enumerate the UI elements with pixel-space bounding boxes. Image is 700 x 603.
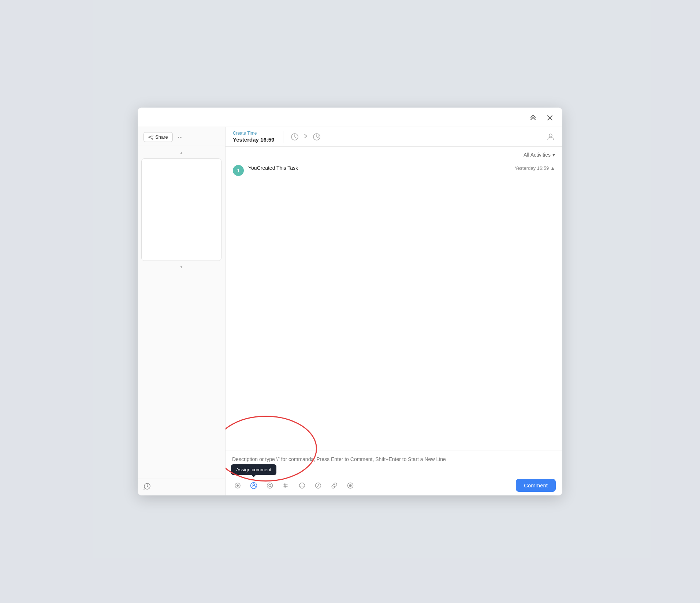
svg-point-1 (152, 135, 153, 136)
scroll-up-arrow: ▲ (138, 150, 225, 156)
time-up-icon: ▲ (550, 165, 555, 171)
modal-body: Share ··· ▲ ▼ (138, 127, 562, 495)
comment-submit-button[interactable]: Comment (516, 479, 556, 492)
activities-header-row: All Activities ▾ (226, 147, 562, 161)
all-activities-label: All Activities (524, 152, 551, 158)
svg-line-4 (150, 137, 152, 138)
clock-start-icon[interactable] (291, 133, 299, 141)
svg-point-14 (267, 483, 273, 488)
svg-point-21 (301, 484, 302, 485)
more-icon: ··· (178, 134, 183, 140)
activity-meta: YouCreated This Task Yesterday 16:59 ▲ (248, 165, 555, 171)
right-panel: Create Time Yesterday 16:59 (226, 127, 562, 495)
slash-icon-button[interactable] (313, 480, 324, 491)
create-time-value: Yesterday 16:59 (233, 136, 274, 143)
svg-point-9 (549, 134, 552, 137)
svg-point-0 (149, 136, 150, 138)
share-button[interactable]: Share (144, 132, 173, 142)
link-icon-button[interactable] (329, 480, 340, 491)
create-time-section: Create Time Yesterday 16:59 (233, 131, 283, 143)
svg-line-24 (317, 484, 319, 487)
comment-toolbar: Assign comment (232, 479, 556, 492)
comment-area: Assign comment (226, 450, 562, 495)
modal-overlay: Share ··· ▲ ▼ (0, 0, 700, 603)
share-label: Share (155, 134, 168, 140)
close-button[interactable] (544, 112, 556, 124)
left-panel-scroll[interactable]: ▲ ▼ (138, 146, 225, 479)
comment-submit-label: Comment (524, 482, 548, 488)
activity-avatar: 1 (233, 165, 244, 176)
history-clock-icon[interactable] (144, 483, 151, 492)
left-panel-item (141, 158, 221, 261)
assign-tooltip-container: Assign comment (248, 480, 259, 491)
left-panel-footer (138, 479, 225, 495)
svg-line-3 (150, 136, 152, 137)
left-panel-header: Share ··· (138, 127, 225, 146)
svg-point-11 (237, 484, 239, 487)
circle-record-button[interactable] (345, 480, 356, 491)
user-icon-button[interactable] (546, 132, 555, 141)
clock-end-icon[interactable] (313, 133, 321, 141)
header-row: Create Time Yesterday 16:59 (226, 127, 562, 147)
svg-line-16 (284, 484, 284, 487)
header-row-right (546, 132, 555, 141)
activity-title: YouCreated This Task (248, 165, 298, 171)
assign-comment-button[interactable] (248, 480, 259, 491)
scroll-down-arrow: ▼ (138, 264, 225, 270)
activity-timestamp: Yesterday 16:59 ▲ (515, 165, 555, 171)
all-activities-button[interactable]: All Activities ▾ (524, 152, 555, 158)
svg-line-17 (286, 484, 286, 487)
activity-content: YouCreated This Task Yesterday 16:59 ▲ (248, 165, 555, 171)
mention-icon-button[interactable] (264, 480, 275, 491)
time-nav (283, 133, 328, 141)
emoji-icon-button[interactable] (297, 480, 308, 491)
svg-point-2 (152, 138, 153, 139)
time-nav-forward-icon[interactable] (303, 134, 308, 140)
svg-point-13 (253, 484, 255, 486)
left-panel: Share ··· ▲ ▼ (138, 127, 226, 495)
minimize-button[interactable] (527, 112, 539, 124)
modal-topbar (138, 108, 562, 127)
svg-point-20 (299, 483, 305, 488)
activity-entry: 1 YouCreated This Task Yesterday 16:59 ▲ (226, 161, 562, 180)
modal: Share ··· ▲ ▼ (138, 108, 562, 495)
svg-point-26 (349, 484, 352, 487)
svg-point-15 (269, 484, 271, 487)
more-button[interactable]: ··· (176, 132, 185, 142)
comment-input[interactable] (232, 456, 556, 474)
create-time-label: Create Time (233, 131, 274, 136)
hashtag-icon-button[interactable] (280, 480, 291, 491)
svg-point-22 (303, 484, 304, 485)
record-icon-button[interactable] (232, 480, 243, 491)
activities-area[interactable]: All Activities ▾ 1 YouCreated This Task (226, 147, 562, 450)
all-activities-chevron: ▾ (552, 152, 555, 158)
